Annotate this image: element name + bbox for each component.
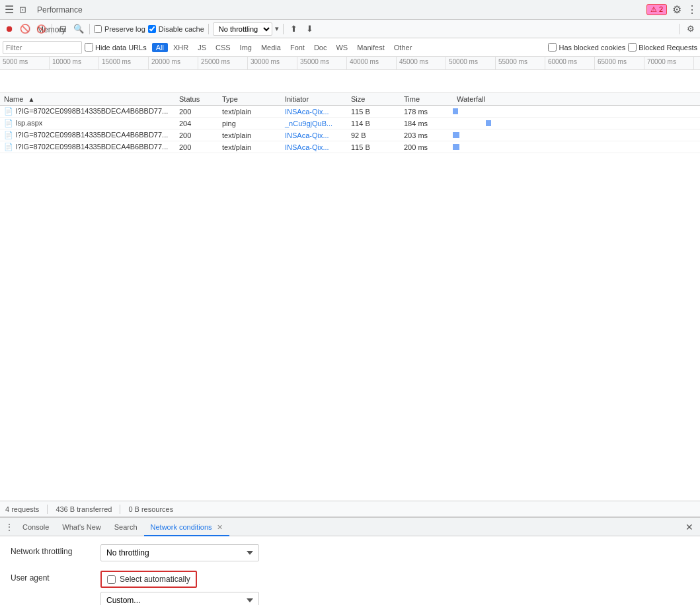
preserve-log-checkbox[interactable] — [94, 25, 102, 33]
tab-close-icon[interactable]: ✕ — [217, 523, 223, 531]
devtools-menu-icon[interactable]: ☰ — [3, 3, 16, 17]
table-row[interactable]: 📄l?IG=8702CE0998B14335BDECA4B6BBD77...20… — [0, 129, 700, 141]
throttling-dropdown[interactable]: No throttling Fast 3G Slow 3G Offline — [100, 544, 259, 561]
col-type-header[interactable]: Type — [218, 93, 281, 106]
throttling-control: No throttling Fast 3G Slow 3G Offline — [100, 544, 689, 561]
filter-type-all[interactable]: All — [152, 43, 168, 52]
row-status: 200 — [175, 141, 218, 153]
filter-type-font[interactable]: Font — [286, 43, 309, 52]
file-icon: 📄 — [4, 107, 13, 115]
table-row[interactable]: 📄l?IG=8702CE0998B14335BDECA4B6BBD77...20… — [0, 106, 700, 118]
tab-console[interactable]: Console — [16, 518, 56, 536]
row-waterfall — [453, 106, 700, 118]
network-table: Name ▲ Status Type Initiator Size Time W… — [0, 93, 700, 153]
filter-input[interactable] — [3, 41, 82, 54]
col-initiator-header[interactable]: Initiator — [281, 93, 347, 106]
col-name-header[interactable]: Name ▲ — [0, 93, 175, 106]
row-waterfall — [453, 118, 700, 129]
timeline-tick: 55000 ms — [496, 57, 545, 69]
devtools-dock-icon[interactable]: ⊡ — [16, 3, 29, 17]
record-button[interactable]: ⏺ — [3, 22, 16, 36]
import-icon[interactable]: ⬆ — [288, 22, 301, 36]
initiator-link[interactable]: INSAca-Qix... — [285, 131, 329, 139]
throttling-label: Network throttling — [11, 544, 90, 556]
tab-search[interactable]: Search — [108, 518, 144, 536]
disable-cache-label[interactable]: Disable cache — [148, 25, 204, 33]
waterfall-bar — [453, 108, 458, 114]
search-button[interactable]: 🔍 — [72, 22, 85, 36]
requests-count: 4 requests — [5, 505, 39, 513]
col-size-header[interactable]: Size — [347, 93, 400, 106]
export-icon[interactable]: ⬇ — [303, 22, 317, 36]
bottom-panel-menu[interactable]: ⋮ — [3, 518, 16, 536]
filter-type-ws[interactable]: WS — [332, 43, 352, 52]
settings-icon[interactable]: ⚙ — [672, 3, 681, 16]
row-status: 204 — [175, 118, 218, 129]
clear-button[interactable]: 🚫 — [34, 22, 48, 36]
row-time: 200 ms — [400, 141, 453, 153]
filter-type-css[interactable]: CSS — [212, 43, 235, 52]
has-blocked-cookies-checkbox[interactable] — [548, 43, 557, 52]
user-agent-row: User agent Select automatically Custom..… — [11, 571, 689, 605]
bottom-tabs: ⋮ Console What's New Search Network cond… — [0, 518, 700, 536]
timeline-tick: 60000 ms — [545, 57, 595, 69]
devtools-tabs: ☰ ⊡ ElementsConsoleSourcesNetworkPerform… — [0, 0, 700, 20]
select-auto-checkbox[interactable] — [107, 575, 116, 584]
devtools-tab-icons: ⚠ 2 ⚙ ⋮ — [646, 3, 697, 16]
timeline-tick: 30000 ms — [248, 57, 297, 69]
filter-type-other[interactable]: Other — [390, 43, 416, 52]
timeline-tick: 10000 ms — [50, 57, 99, 69]
bottom-content: Network throttling No throttling Fast 3G… — [0, 536, 700, 605]
filter-type-img[interactable]: Img — [236, 43, 256, 52]
col-time-header[interactable]: Time — [400, 93, 453, 106]
select-auto-label[interactable]: Select automatically — [100, 571, 197, 588]
row-initiator[interactable]: INSAca-Qix... — [281, 141, 347, 153]
tab-network-conditions[interactable]: Network conditions ✕ — [144, 518, 229, 536]
row-initiator[interactable]: INSAca-Qix... — [281, 129, 347, 141]
settings-network-icon[interactable]: ⚙ — [684, 22, 697, 36]
more-icon[interactable]: ⋮ — [687, 3, 697, 16]
row-initiator[interactable]: _nCu9gjQuB... — [281, 118, 347, 129]
hide-data-urls-label[interactable]: Hide data URLs — [85, 43, 147, 52]
tab-whats-new[interactable]: What's New — [56, 518, 107, 536]
timeline-ruler: 5000 ms10000 ms15000 ms20000 ms25000 ms3… — [0, 57, 700, 70]
row-name: 📄l?IG=8702CE0998B14335BDECA4B6BBD77... — [0, 106, 175, 118]
row-time: 178 ms — [400, 106, 453, 118]
row-initiator[interactable]: INSAca-Qix... — [281, 106, 347, 118]
devtools-tab-performance[interactable]: Performance — [29, 0, 91, 20]
filter-button[interactable]: ⊟ — [56, 22, 69, 36]
preserve-log-label[interactable]: Preserve log — [94, 25, 145, 33]
filter-type-media[interactable]: Media — [257, 43, 285, 52]
filter-type-manifest[interactable]: Manifest — [353, 43, 389, 52]
col-waterfall-header[interactable]: Waterfall — [453, 93, 700, 106]
row-type: text/plain — [218, 129, 281, 141]
throttle-select[interactable]: No throttling Fast 3G Slow 3G Offline — [213, 22, 272, 36]
custom-user-agent-dropdown[interactable]: Custom... Chrome - Mac Chrome - Android … — [100, 592, 259, 605]
stop-button[interactable]: 🚫 — [19, 22, 32, 36]
filter-type-js[interactable]: JS — [194, 43, 210, 52]
initiator-link[interactable]: INSAca-Qix... — [285, 143, 329, 151]
timeline-tick: 45000 ms — [397, 57, 446, 69]
throttle-dropdown-arrow: ▾ — [275, 24, 279, 33]
timeline-tick: 70000 ms — [644, 57, 694, 69]
initiator-link[interactable]: INSAca-Qix... — [285, 108, 329, 116]
blocked-requests-checkbox[interactable] — [628, 43, 637, 52]
transferred-size: 436 B transferred — [56, 505, 112, 513]
col-status-header[interactable]: Status — [175, 93, 218, 106]
user-agent-label: User agent — [11, 571, 90, 583]
waterfall-bar — [453, 132, 459, 138]
filter-type-xhr[interactable]: XHR — [169, 43, 192, 52]
hide-data-urls-checkbox[interactable] — [85, 43, 93, 52]
table-row[interactable]: 📄l?IG=8702CE0998B14335BDECA4B6BBD77...20… — [0, 141, 700, 153]
file-icon: 📄 — [4, 143, 13, 151]
bottom-close-panel-icon[interactable]: ✕ — [681, 522, 697, 532]
row-waterfall — [453, 129, 700, 141]
network-table-container[interactable]: Name ▲ Status Type Initiator Size Time W… — [0, 93, 700, 501]
initiator-link[interactable]: _nCu9gjQuB... — [285, 120, 332, 127]
disable-cache-checkbox[interactable] — [148, 25, 156, 33]
table-row[interactable]: 📄lsp.aspx204ping_nCu9gjQuB...114 B184 ms — [0, 118, 700, 129]
throttling-row: Network throttling No throttling Fast 3G… — [11, 544, 689, 561]
row-waterfall — [453, 141, 700, 153]
timeline-tick: 50000 ms — [446, 57, 496, 69]
filter-type-doc[interactable]: Doc — [310, 43, 331, 52]
